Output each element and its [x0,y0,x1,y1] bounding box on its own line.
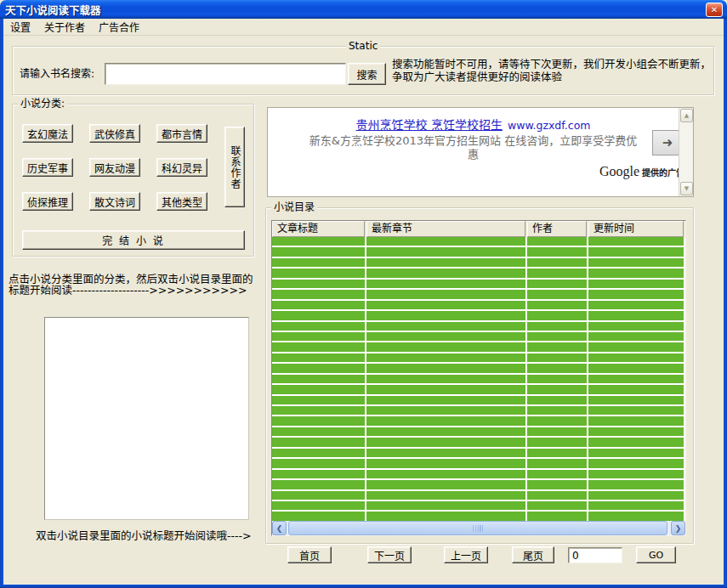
table-row[interactable] [272,449,685,457]
table-cell [366,470,525,478]
table-row[interactable] [272,459,685,467]
column-header-latest-chapter[interactable]: 最新章节 [366,221,525,237]
menu-settings[interactable]: 设置 [3,18,37,36]
table-cell [527,269,587,277]
table-row[interactable] [272,385,685,393]
search-button[interactable]: 搜索 [348,63,386,85]
table-row[interactable] [272,290,685,298]
finished-novels-button[interactable]: 完 结 小 说 [22,230,245,250]
category-kehuan-button[interactable]: 科幻灵异 [156,158,207,177]
table-cell [588,501,684,510]
last-page-button[interactable]: 尾页 [512,546,554,563]
menu-about-author[interactable]: 关于作者 [37,18,92,36]
table-cell [366,396,525,404]
catalog-table: 文章标题 最新章节 作者 更新时间 ❮ ❯ [271,220,686,536]
table-cell [527,247,587,256]
table-row[interactable] [272,512,685,520]
ad-scroll-down-icon[interactable]: ▼ [680,182,693,195]
column-header-author[interactable]: 作者 [527,221,587,237]
category-xuanhuan-button[interactable]: 玄幻魔法 [22,124,73,143]
table-cell [527,322,587,331]
table-row[interactable] [272,375,685,383]
category-lishi-button[interactable]: 历史军事 [22,158,73,177]
table-cell [272,396,365,404]
ad-scroll-up-icon[interactable]: ▲ [680,109,693,122]
category-zhentan-button[interactable]: 侦探推理 [22,192,73,211]
table-row[interactable] [272,364,685,372]
table-row[interactable] [272,280,685,288]
table-row[interactable] [272,416,685,425]
catalog-table-body [272,237,685,521]
table-cell [588,491,684,500]
window-border-bottom [0,585,727,588]
table-cell [588,269,684,277]
first-page-button[interactable]: 首页 [287,546,332,563]
column-header-title[interactable]: 文章标题 [272,221,365,237]
table-cell [272,470,365,478]
table-cell [366,491,525,500]
ad-url-link[interactable]: www.gzxdf.com [508,119,591,132]
table-cell [272,332,365,341]
table-row[interactable] [272,301,685,309]
table-cell [272,237,365,246]
search-group-label: Static [346,40,380,52]
table-row[interactable] [272,247,685,256]
column-header-update-time[interactable]: 更新时间 [588,221,684,237]
prev-page-button[interactable]: 上一页 [444,546,488,563]
table-row[interactable] [272,501,685,510]
table-row[interactable] [272,480,685,489]
table-row[interactable] [272,353,685,362]
go-button[interactable]: GO [636,546,676,563]
table-row[interactable] [272,269,685,277]
table-cell [588,459,684,467]
scrollbar-thumb[interactable] [288,521,667,535]
ad-vertical-scrollbar[interactable]: ▲ ▼ [679,108,693,196]
table-cell [588,258,684,267]
table-cell [588,290,684,298]
table-cell [588,311,684,319]
table-row[interactable] [272,342,685,351]
table-cell [527,416,587,425]
table-row[interactable] [272,237,685,246]
search-input[interactable] [105,63,346,85]
table-row[interactable] [272,258,685,267]
table-cell [366,247,525,256]
table-cell [366,406,525,415]
table-row[interactable] [272,470,685,478]
table-row[interactable] [272,322,685,331]
category-sanwen-button[interactable]: 散文诗词 [89,192,140,211]
table-row[interactable] [272,396,685,404]
contact-author-button[interactable]: 联系作者 [224,127,245,207]
table-row[interactable] [272,491,685,500]
table-row[interactable] [272,311,685,319]
menu-ad-cooperation[interactable]: 广告合作 [92,18,146,36]
category-group: 小说分类: 玄幻魔法 武侠修真 都市言情 历史军事 网友动漫 科幻灵异 侦探推理… [12,104,254,257]
category-dushi-button[interactable]: 都市言情 [156,124,207,143]
preview-panel [44,317,249,520]
table-cell [272,406,365,415]
category-wangyou-button[interactable]: 网友动漫 [89,158,140,177]
table-cell [527,342,587,351]
ad-description-line2: 惠 [268,148,679,161]
table-cell [366,480,525,489]
table-cell [366,332,525,341]
category-qita-button[interactable]: 其他类型 [156,192,207,211]
table-cell [272,438,365,446]
scroll-left-icon[interactable]: ❮ [272,521,287,535]
table-cell [272,364,365,372]
table-cell [272,480,365,489]
page-number-input[interactable] [568,547,622,563]
table-row[interactable] [272,427,685,436]
close-button[interactable]: ✕ [706,3,723,17]
table-cell [588,385,684,393]
ad-headline-link[interactable]: 贵州烹饪学校 烹饪学校招生 [356,118,503,132]
menu-bar: 设置 关于作者 广告合作 [3,19,724,36]
table-row[interactable] [272,438,685,446]
category-wuxia-button[interactable]: 武侠修真 [89,124,140,143]
table-cell [366,364,525,372]
table-row[interactable] [272,332,685,341]
catalog-horizontal-scrollbar[interactable]: ❮ ❯ [272,521,685,535]
table-row[interactable] [272,406,685,415]
scroll-right-icon[interactable]: ❯ [671,521,685,535]
next-page-button[interactable]: 下一页 [367,546,412,563]
